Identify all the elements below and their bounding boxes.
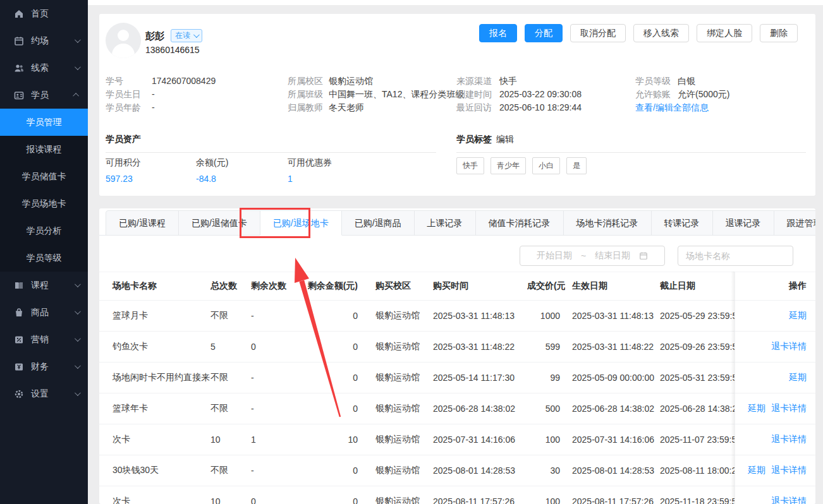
sidebar-item-finance[interactable]: 财务 [0, 353, 88, 380]
column-header: 购买时间 [433, 272, 527, 301]
date-end-placeholder: 结束日期 [595, 250, 630, 261]
cell-remaining-amount: 0 [293, 393, 359, 424]
field-value: 白银 [678, 75, 695, 88]
table-row: 次卡 10 0 0 银豹运动馆 2025-08-11 17:57:26 100 … [99, 486, 815, 504]
cell-buy-time: 2025-06-28 14:38:02 [433, 393, 527, 424]
bind-face-button[interactable]: 绑定人脸 [697, 24, 752, 42]
cell-start-date: 2025-03-31 11:48:13 [565, 301, 660, 332]
cell-total: 不限 [210, 455, 251, 486]
field-label: 允许赊账 [635, 88, 678, 101]
cell-remaining: 0 [251, 486, 293, 504]
sidebar-item-student-value-card[interactable]: 学员储值卡 [0, 163, 88, 190]
tags-divider [456, 152, 806, 153]
column-header: 总次数 [210, 272, 251, 301]
cell-remaining: 0 [251, 332, 293, 363]
column-header: 操作 [735, 272, 815, 301]
tab-course-refund[interactable]: 退课记录 [712, 210, 774, 236]
field-label: 学员等级 [635, 75, 678, 88]
tab-class-records[interactable]: 上课记录 [414, 210, 476, 236]
info-column-3: 来源渠道快手 创建时间2025-03-22 09:30:08 最近回访2025-… [456, 75, 582, 114]
tab-venue-card-usage[interactable]: 场地卡消耗记录 [563, 210, 652, 236]
tab-course-transfer[interactable]: 转课记录 [651, 210, 713, 236]
cell-remaining-amount: 0 [293, 486, 359, 504]
tags-title: 学员标签 [456, 134, 492, 145]
action-link[interactable]: 退卡详情 [771, 403, 807, 413]
action-link[interactable]: 延期 [789, 372, 807, 382]
venue-card-table: 场地卡名称 总次数 剩余次数 剩余金额(元) 购买校区 购买时间 成交价(元) … [99, 272, 815, 504]
cell-start-date: 2025-08-11 17:57:26 [565, 486, 660, 504]
action-link[interactable]: 延期 [748, 465, 765, 475]
delete-button[interactable]: 删除 [760, 24, 798, 42]
stat-coupons: 可用优惠券 1 [288, 157, 332, 184]
sidebar-item-label: 营销 [31, 334, 49, 345]
stat-points: 可用积分 597.23 [106, 157, 141, 184]
goods-icon [14, 308, 24, 318]
assign-button[interactable]: 分配 [525, 24, 563, 42]
cell-price: 500 [527, 393, 565, 424]
sidebar-item-student-analysis[interactable]: 学员分析 [0, 217, 88, 244]
sidebar: 首页 约场 线索 学员 学员管理 报读课程 学员储值卡 学员场地卡 学员分析 学… [0, 0, 88, 504]
action-link[interactable]: 退卡详情 [771, 496, 807, 504]
sidebar-item-enrolled-courses[interactable]: 报读课程 [0, 136, 88, 163]
cell-end-date: 2025-05-29 23:59:5 [660, 301, 735, 332]
cell-card-name: 钓鱼次卡 [99, 332, 210, 363]
sidebar-item-settings[interactable]: 设置 [0, 380, 88, 407]
date-range-picker[interactable]: 开始日期 ~ 结束日期 [520, 246, 665, 266]
stat-value: -84.8 [196, 174, 228, 184]
field-value: - [152, 88, 155, 101]
action-link[interactable]: 退卡详情 [771, 465, 807, 475]
sidebar-item-booking[interactable]: 约场 [0, 27, 88, 54]
cell-start-date: 2025-05-09 00:00:00 [565, 363, 660, 393]
action-link[interactable]: 退卡详情 [771, 434, 807, 444]
sidebar-item-home[interactable]: 首页 [0, 0, 88, 27]
students-submenu: 学员管理 报读课程 学员储值卡 学员场地卡 学员分析 学员等级 [0, 109, 88, 272]
cancel-assign-button[interactable]: 取消分配 [570, 24, 626, 42]
field-label: 学员年龄 [106, 101, 152, 114]
tab-purchased-venue-cards[interactable]: 已购/退场地卡 [260, 210, 342, 236]
tab-follow-up[interactable]: 跟进管理 [774, 210, 815, 236]
chevron-down-icon [75, 281, 81, 287]
cell-remaining: - [251, 363, 293, 393]
sidebar-item-courses[interactable]: 课程 [0, 272, 88, 299]
sidebar-item-student-venue-card[interactable]: 学员场地卡 [0, 190, 88, 217]
sidebar-item-student-management[interactable]: 学员管理 [0, 109, 88, 136]
sidebar-item-label: 课程 [31, 280, 49, 291]
cell-total: 10 [210, 424, 251, 455]
cell-price: 1000 [527, 301, 565, 332]
booking-calendar-icon [14, 36, 24, 46]
cell-campus: 银豹运动馆 [359, 486, 433, 504]
tab-purchased-value-cards[interactable]: 已购/退储值卡 [178, 210, 260, 236]
sidebar-item-students[interactable]: 学员 [0, 81, 88, 109]
sidebar-item-leads[interactable]: 线索 [0, 54, 88, 81]
move-to-leads-button[interactable]: 移入线索 [633, 24, 689, 42]
tab-value-card-usage[interactable]: 储值卡消耗记录 [475, 210, 564, 236]
tab-purchased-courses[interactable]: 已购/退课程 [106, 210, 179, 236]
sidebar-item-marketing[interactable]: 营销 [0, 326, 88, 353]
status-badge[interactable]: 在读 [171, 29, 202, 42]
finance-icon [14, 362, 24, 372]
action-link[interactable]: 退卡详情 [771, 341, 807, 351]
venue-card-name-input[interactable] [678, 246, 793, 266]
cell-end-date: 2025-11-18 23:59:5 [660, 486, 735, 504]
edit-tags-link[interactable]: 编辑 [496, 134, 514, 145]
cell-end-date: 2025-05-31 23:59:5 [660, 363, 735, 393]
action-link[interactable]: 延期 [748, 403, 765, 413]
field-label: 学员生日 [106, 88, 152, 101]
sidebar-item-goods[interactable]: 商品 [0, 299, 88, 326]
cell-actions: 延期退卡详情 [735, 455, 815, 486]
avatar [106, 23, 141, 58]
student-name: 彭彭 [145, 30, 164, 42]
sidebar-item-student-level[interactable]: 学员等级 [0, 244, 88, 272]
cell-campus: 银豹运动馆 [359, 424, 433, 455]
settings-icon [14, 389, 24, 399]
action-link[interactable]: 延期 [789, 310, 807, 320]
enroll-button[interactable]: 报名 [479, 24, 517, 42]
edit-all-info-link[interactable]: 查看/编辑全部信息 [635, 101, 709, 114]
cell-end-date: 2025-06-28 14:38:2 [660, 393, 735, 424]
cell-card-name: 篮球月卡 [99, 301, 210, 332]
tab-purchased-goods[interactable]: 已购/退商品 [341, 210, 415, 236]
cell-start-date: 2025-07-31 14:16:06 [565, 424, 660, 455]
field-value: 银豹运动馆 [329, 75, 373, 88]
sidebar-item-label: 财务 [31, 361, 49, 373]
column-header: 成交价(元) [527, 272, 565, 301]
